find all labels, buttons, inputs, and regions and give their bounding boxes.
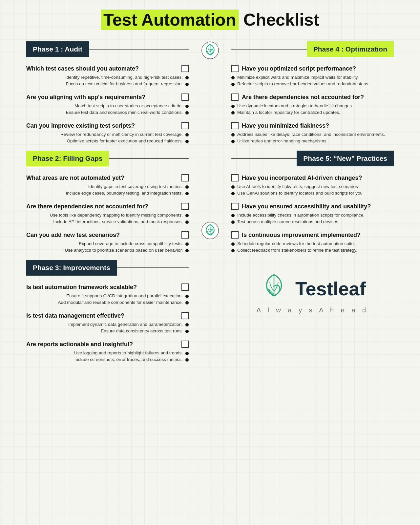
q2-text: Are you aligning with app's requirements… xyxy=(26,94,178,101)
phase4-badge: Phase 4 : Optimization xyxy=(307,41,394,57)
q9-text: Are reports actionable and insightful? xyxy=(26,341,178,348)
q14-bullet2: Test across multiple screen resolutions … xyxy=(231,219,394,224)
q15-bullet2: Collect feedback from stakeholders to re… xyxy=(231,248,394,253)
q10-bullet2: Refactor scripts to remove hard-coded va… xyxy=(231,81,394,86)
phase4-questions: Have you optimized script performance? M… xyxy=(231,65,394,143)
q5-text: Are there dependencies not accounted for… xyxy=(26,203,178,210)
q10-checkbox[interactable] xyxy=(231,65,239,72)
q11-bullet1: Use dynamic locators and strategies to h… xyxy=(231,103,394,108)
q5-bullet2: Include API interactions, service valida… xyxy=(26,219,189,224)
q8-checkbox[interactable] xyxy=(181,312,189,319)
phase3-badge: Phase 3: Improvements xyxy=(26,260,117,276)
phase5-badge: Phase 5: “New” Practices xyxy=(297,151,394,166)
testleaf-name: Testleaf xyxy=(295,278,366,300)
q7-checkbox[interactable] xyxy=(181,284,189,291)
q2-bullet2: Ensure test data and scenarios mimic rea… xyxy=(26,110,189,115)
q12-text: Have you minimized flakiness? xyxy=(242,122,394,129)
phase2-badge: Phase 2: Filling Gaps xyxy=(26,151,109,166)
q7-block: Is test automation framework scalable? E… xyxy=(26,284,189,305)
q9-bullet1: Use logging and reports to highlight fai… xyxy=(26,350,189,355)
q15-text: Is continuous improvement implemented? xyxy=(242,232,394,239)
q6-checkbox[interactable] xyxy=(181,231,189,239)
q13-bullet2: Use GenAI solutions to identify locators… xyxy=(231,191,394,196)
q12-bullet1: Address issues like delays, race conditi… xyxy=(231,132,394,137)
q12-bullet2: Utilize retries and error-handling mecha… xyxy=(231,138,394,143)
q12-block: Have you minimized flakiness? Address is… xyxy=(231,122,394,143)
q4-block: What areas are not automated yet? Identi… xyxy=(26,174,189,196)
q2-checkbox[interactable] xyxy=(181,94,189,101)
q6-block: Can you add new test scenarios? Expand c… xyxy=(26,231,189,253)
top-leaf-icon xyxy=(201,41,219,61)
phase5-questions: Have you incorporated AI-driven changes?… xyxy=(231,174,394,253)
q5-checkbox[interactable] xyxy=(181,203,189,210)
q4-bullet1: Identify gaps in test coverage using tes… xyxy=(26,184,189,189)
q13-text: Have you incorporated AI-driven changes? xyxy=(242,175,394,181)
q3-block: Can you improve existing test scripts? R… xyxy=(26,122,189,143)
q9-bullet2: Include screenshots, error traces, and s… xyxy=(26,357,189,362)
testleaf-tagline: A l w a y s A h e a d xyxy=(257,306,368,314)
q1-bullet2: Focus on tests critical for business and… xyxy=(26,81,189,86)
q2-block: Are you aligning with app's requirements… xyxy=(26,94,189,115)
phase1-badge: Phase 1 : Audit xyxy=(26,41,89,57)
phase3-questions: Is test automation framework scalable? E… xyxy=(26,284,189,362)
center-column xyxy=(199,41,221,369)
q4-bullet2: Include edge cases, boundary testing, an… xyxy=(26,191,189,196)
phase1-questions: Which test cases should you automate? Id… xyxy=(26,65,189,143)
left-column: Phase 1 : Audit Which test cases should … xyxy=(16,41,199,369)
right-column: Phase 4 : Optimization Have you optimize… xyxy=(221,41,404,369)
q8-text: Is test data management effective? xyxy=(26,312,178,319)
q11-text: Are there dependencies not accounted for… xyxy=(242,94,394,101)
q3-bullet1: Review for redundancy or inefficiency in… xyxy=(26,132,189,137)
q8-block: Is test data management effective? Imple… xyxy=(26,312,189,333)
phase2-questions: What areas are not automated yet? Identi… xyxy=(26,174,189,253)
q7-text: Is test automation framework scalable? xyxy=(26,284,178,291)
testleaf-logo-row: Testleaf xyxy=(259,273,366,304)
q10-block: Have you optimized script performance? M… xyxy=(231,65,394,86)
q13-checkbox[interactable] xyxy=(231,174,239,181)
q1-text: Which test cases should you automate? xyxy=(26,65,178,72)
title-highlight: Test Automation xyxy=(101,10,239,30)
q4-text: What areas are not automated yet? xyxy=(26,175,178,181)
q2-bullet1: Match test scripts to user stories or ac… xyxy=(26,103,189,108)
q11-block: Are there dependencies not accounted for… xyxy=(231,94,394,115)
q1-checkbox[interactable] xyxy=(181,65,189,72)
page-title: Test Automation Checklist xyxy=(16,10,404,30)
q10-bullet1: Minimize explicit waits and maximize imp… xyxy=(231,75,394,80)
q6-bullet2: Use analytics to prioritize scenarios ba… xyxy=(26,248,189,253)
q13-bullet1: Use AI tools to identify flaky tests, su… xyxy=(231,184,394,189)
q6-text: Can you add new test scenarios? xyxy=(26,232,178,239)
q8-bullet2: Ensure data consistency across test runs… xyxy=(26,328,189,333)
q12-checkbox[interactable] xyxy=(231,122,239,129)
q11-checkbox[interactable] xyxy=(231,94,239,101)
page: Test Automation Checklist Phase 1 : Audi… xyxy=(0,0,420,525)
q3-text: Can you improve existing test scripts? xyxy=(26,122,178,129)
q14-bullet1: Include accessibility checks in automati… xyxy=(231,213,394,218)
testleaf-leaf-icon xyxy=(259,273,289,304)
q7-bullet2: Add modular and reusable components for … xyxy=(26,300,189,305)
q11-bullet2: Maintain a locator repository for centra… xyxy=(231,110,394,115)
q14-block: Have you ensured accessibility and usabi… xyxy=(231,203,394,224)
q3-checkbox[interactable] xyxy=(181,122,189,129)
q8-bullet1: Implement dynamic data generation and pa… xyxy=(26,322,189,327)
q1-block: Which test cases should you automate? Id… xyxy=(26,65,189,86)
middle-leaf-icon xyxy=(201,221,219,241)
q6-bullet1: Expand coverage to include cross compati… xyxy=(26,241,189,246)
q7-bullet1: Ensure it supports CI/CD integration and… xyxy=(26,293,189,298)
q15-block: Is continuous improvement implemented? S… xyxy=(231,231,394,253)
q15-bullet1: Schedule regular code reviews for the te… xyxy=(231,241,394,246)
q15-checkbox[interactable] xyxy=(231,231,239,239)
q9-block: Are reports actionable and insightful? U… xyxy=(26,341,189,362)
q5-block: Are there dependencies not accounted for… xyxy=(26,203,189,224)
q10-text: Have you optimized script performance? xyxy=(242,65,394,72)
q3-bullet2: Optimize scripts for faster execution an… xyxy=(26,138,189,143)
q13-block: Have you incorporated AI-driven changes?… xyxy=(231,174,394,196)
q1-bullet1: Identify repetitive, time-consuming, and… xyxy=(26,75,189,80)
q14-text: Have you ensured accessibility and usabi… xyxy=(242,203,394,210)
q4-checkbox[interactable] xyxy=(181,174,189,181)
q14-checkbox[interactable] xyxy=(231,203,239,210)
q9-checkbox[interactable] xyxy=(181,341,189,348)
q5-bullet1: Use tools like dependency mapping to ide… xyxy=(26,213,189,218)
testleaf-logo-section: Testleaf A l w a y s A h e a d xyxy=(231,260,394,327)
